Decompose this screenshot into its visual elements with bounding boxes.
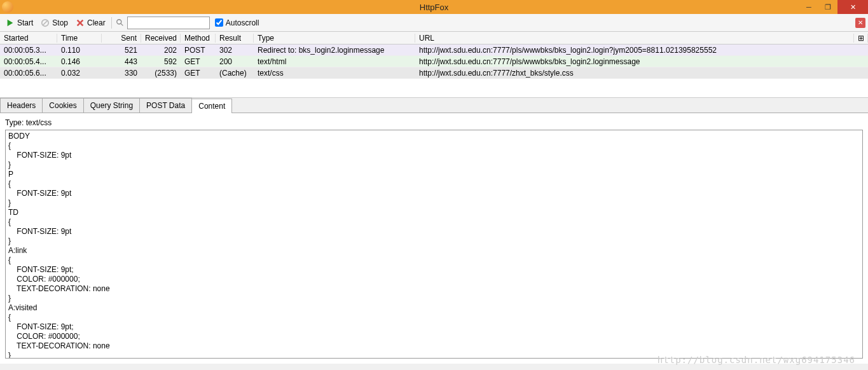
tab-query-string[interactable]: Query String [83, 98, 140, 113]
cell-received: 592 [141, 57, 181, 66]
cell-time: 0.110 [57, 46, 102, 55]
cell-url: http://jwxt.sdu.edu.cn:7777/zhxt_bks/sty… [415, 69, 854, 78]
cell-started: 00:00:05.4... [0, 57, 57, 66]
window-controls: ─ ❐ ✕ [799, 0, 868, 14]
cell-type: text/css [254, 69, 415, 78]
requests-grid: Started Time Sent Received Method Result… [0, 32, 868, 79]
grid-spacer [0, 79, 868, 98]
titlebar: HttpFox ─ ❐ ✕ [0, 0, 868, 14]
table-row[interactable]: 00:00:05.4... 0.146 443 592 GET 200 text… [0, 56, 868, 67]
svg-marker-0 [8, 19, 13, 26]
header-received[interactable]: Received [141, 34, 181, 43]
separator [111, 17, 112, 29]
svg-point-5 [116, 19, 121, 24]
header-method[interactable]: Method [181, 34, 216, 43]
tab-post-data[interactable]: POST Data [139, 98, 192, 113]
svg-line-6 [121, 23, 123, 25]
cell-received: 202 [141, 46, 181, 55]
maximize-button[interactable]: ❐ [818, 0, 837, 14]
header-type[interactable]: Type [254, 34, 415, 43]
svg-line-2 [43, 20, 48, 25]
cell-result: 302 [216, 46, 254, 55]
cell-started: 00:00:05.3... [0, 46, 57, 55]
cell-method: GET [181, 69, 216, 78]
detail-tabs: Headers Cookies Query String POST Data C… [0, 98, 868, 113]
content-type-label: Type: text/css [5, 118, 863, 127]
tab-headers[interactable]: Headers [0, 98, 43, 113]
clear-icon [76, 18, 85, 27]
search-input[interactable] [127, 17, 210, 29]
search-icon [116, 18, 125, 27]
cell-time: 0.146 [57, 57, 102, 66]
close-button[interactable]: ✕ [837, 0, 868, 14]
stop-icon [41, 18, 50, 27]
grid-header: Started Time Sent Received Method Result… [0, 32, 868, 45]
header-started[interactable]: Started [0, 34, 57, 43]
autoscroll-option[interactable]: Autoscroll [215, 18, 259, 27]
toolbar: Start Stop Clear Autoscroll ✕ [0, 14, 868, 32]
cell-sent: 521 [102, 46, 141, 55]
header-sent[interactable]: Sent [102, 34, 141, 43]
start-label: Start [17, 18, 33, 27]
columns-picker-icon[interactable]: ⊞ [854, 34, 868, 43]
header-result[interactable]: Result [216, 34, 254, 43]
cell-method: POST [181, 46, 216, 55]
cell-type: Redirect to: bks_login2.loginmessage [254, 46, 415, 55]
header-url[interactable]: URL [415, 34, 854, 43]
cell-result: 200 [216, 57, 254, 66]
content-panel: Type: text/css BODY { FONT-SIZE: 9pt } P… [0, 113, 868, 364]
watermark: http://blog.csdn.net/wxg694175346 [658, 355, 855, 365]
clear-button[interactable]: Clear [72, 17, 109, 29]
panel-close-button[interactable]: ✕ [855, 18, 865, 28]
cell-url: http://jwxt.sdu.edu.cn:7777/pls/wwwbks/b… [415, 57, 854, 66]
cell-started: 00:00:05.6... [0, 69, 57, 78]
cell-result: (Cache) [216, 69, 254, 78]
cell-received: (2533) [141, 69, 181, 78]
cell-sent: 443 [102, 57, 141, 66]
cell-time: 0.032 [57, 69, 102, 78]
minimize-button[interactable]: ─ [799, 0, 818, 14]
toolbar-right: ✕ [855, 18, 865, 28]
autoscroll-checkbox[interactable] [215, 18, 223, 27]
content-body[interactable]: BODY { FONT-SIZE: 9pt } P { FONT-SIZE: 9… [5, 130, 863, 359]
clear-label: Clear [87, 18, 106, 27]
table-row[interactable]: 00:00:05.6... 0.032 330 (2533) GET (Cach… [0, 67, 868, 79]
table-row[interactable]: 00:00:05.3... 0.110 521 202 POST 302 Red… [0, 45, 868, 56]
tab-cookies[interactable]: Cookies [42, 98, 83, 113]
tab-content[interactable]: Content [191, 99, 232, 113]
stop-button[interactable]: Stop [38, 17, 71, 29]
stop-label: Stop [52, 18, 68, 27]
start-button[interactable]: Start [3, 17, 36, 29]
cell-url: http://jwxt.sdu.edu.cn:7777/pls/wwwbks/b… [415, 46, 854, 55]
header-time[interactable]: Time [57, 34, 102, 43]
autoscroll-label: Autoscroll [226, 18, 259, 27]
cell-type: text/html [254, 57, 415, 66]
cell-sent: 330 [102, 69, 141, 78]
cell-method: GET [181, 57, 216, 66]
firefox-icon [2, 1, 13, 13]
window-title: HttpFox [420, 3, 449, 12]
play-icon [6, 18, 15, 27]
